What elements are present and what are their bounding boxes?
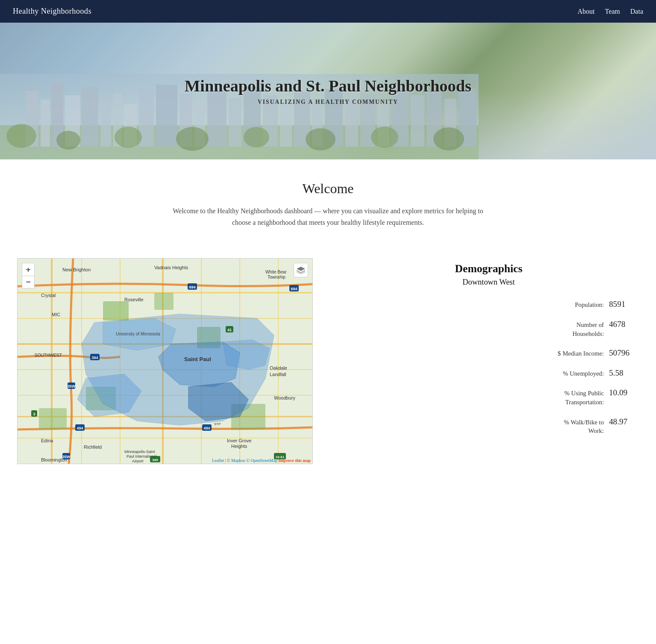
svg-text:35W: 35W [62, 455, 71, 459]
nav-links: About Team Data [577, 8, 643, 15]
svg-rect-3 [41, 100, 50, 147]
svg-text:Edina: Edina [41, 438, 53, 443]
svg-marker-109 [297, 267, 305, 271]
demographics-title: Demographics [338, 262, 639, 275]
stat-row-transit: % Using PublicTransportation: 10.09 [338, 388, 639, 406]
svg-text:STP: STP [214, 422, 221, 426]
stat-value-income: 50796 [609, 348, 639, 358]
svg-point-36 [371, 126, 398, 148]
svg-rect-18 [280, 102, 292, 147]
hero-title: Minneapolis and St. Paul Neighborhoods [185, 76, 471, 95]
svg-text:University of Minnesota: University of Minnesota [116, 332, 160, 336]
svg-text:Richfield: Richfield [84, 444, 102, 450]
svg-text:Township: Township [268, 275, 285, 279]
stat-value-walkbike: 48.97 [609, 417, 639, 426]
svg-text:Vadnais Heights: Vadnais Heights [154, 265, 188, 270]
svg-text:35W: 35W [68, 384, 76, 388]
hero-section: Minneapolis and St. Paul Neighborhoods V… [0, 23, 656, 159]
welcome-body: Welcome to the Healthy Neighborhoods das… [166, 205, 491, 228]
svg-rect-53 [103, 301, 129, 321]
stat-value-households: 4678 [609, 320, 639, 329]
welcome-section: Welcome Welcome to the Healthy Neighborh… [0, 159, 656, 245]
demographics-neighborhood: Downtown West [338, 278, 639, 287]
svg-text:3: 3 [33, 412, 35, 416]
svg-text:New Brighton: New Brighton [62, 267, 91, 272]
layers-icon [297, 266, 305, 274]
svg-text:Woodbury: Woodbury [274, 395, 295, 400]
svg-rect-58 [39, 408, 67, 429]
svg-text:Heights: Heights [231, 444, 247, 449]
svg-text:Inver Grove: Inver Grove [227, 438, 251, 443]
stat-row-unemployed: % Unemployed: 5.58 [338, 368, 639, 378]
nav-brand: Healthy Neighborhoods [13, 7, 91, 16]
stat-row-population: Population: 8591 [338, 300, 639, 309]
map-inner[interactable]: New Brighton Vadnais Heights White Bear … [18, 259, 312, 464]
svg-point-35 [306, 128, 335, 150]
svg-text:494: 494 [76, 426, 83, 430]
demographics-panel: Demographics Downtown West Population: 8… [338, 258, 639, 445]
stat-label-walkbike: % Walk/Bike toWork: [544, 418, 604, 435]
nav-link-team[interactable]: Team [605, 8, 620, 15]
stat-label-unemployed: % Unemployed: [544, 369, 604, 378]
svg-text:SOUTHWEST: SOUTHWEST [35, 353, 62, 358]
nav-link-about[interactable]: About [577, 8, 594, 15]
svg-text:Minneapolis-Saint: Minneapolis-Saint [124, 450, 155, 454]
zoom-out-button[interactable]: − [22, 276, 35, 288]
svg-text:394: 394 [91, 356, 98, 360]
svg-rect-7 [100, 97, 111, 147]
svg-text:Oakdale: Oakdale [270, 365, 287, 371]
svg-text:694: 694 [189, 285, 195, 289]
map-attribution: Leaflet | © Mapbox © OpenStreetMap Impro… [212, 458, 311, 463]
stat-row-households: Number ofHouseholds: 4678 [338, 320, 639, 338]
svg-point-31 [56, 131, 80, 150]
stat-value-population: 8591 [609, 300, 639, 309]
svg-text:385: 385 [152, 458, 158, 462]
mapbox-link[interactable]: Mapbox [231, 458, 245, 463]
layers-button[interactable] [294, 263, 308, 277]
zoom-in-button[interactable]: + [22, 263, 35, 276]
svg-text:Saint Paul: Saint Paul [184, 356, 211, 362]
hero-content: Minneapolis and St. Paul Neighborhoods V… [185, 76, 471, 106]
svg-rect-54 [154, 293, 174, 310]
svg-point-30 [6, 124, 36, 148]
stat-label-transit: % Using PublicTransportation: [544, 389, 604, 406]
stat-label-households: Number ofHouseholds: [544, 321, 604, 338]
nav-link-data[interactable]: Data [630, 8, 643, 15]
svg-text:41: 41 [227, 328, 232, 332]
stat-row-walkbike: % Walk/Bike toWork: 48.97 [338, 417, 639, 435]
svg-text:MIC: MIC [52, 312, 60, 317]
svg-point-37 [433, 127, 464, 150]
map-demographics-section: New Brighton Vadnais Heights White Bear … [0, 245, 656, 490]
svg-text:Airport: Airport [132, 459, 144, 463]
hero-subtitle: VISUALIZING A HEALTHY COMMUNITY [185, 99, 471, 106]
svg-text:494: 494 [203, 426, 210, 430]
svg-text:Crystal: Crystal [41, 293, 56, 298]
svg-rect-6 [81, 87, 98, 147]
svg-point-33 [176, 127, 209, 151]
stat-value-transit: 10.09 [609, 388, 639, 397]
stat-label-income: $ Median Income: [544, 349, 604, 358]
welcome-title: Welcome [17, 181, 639, 197]
map-controls: + − [22, 263, 35, 288]
stat-value-unemployed: 5.58 [609, 368, 639, 378]
svg-point-34 [244, 127, 269, 147]
stat-label-population: Population: [544, 300, 604, 309]
svg-rect-11 [156, 85, 177, 147]
osm-link[interactable]: OpenStreetMap [251, 458, 278, 463]
map-container: New Brighton Vadnais Heights White Bear … [17, 258, 313, 464]
svg-point-32 [115, 126, 142, 148]
map-svg: New Brighton Vadnais Heights White Bear … [18, 259, 312, 464]
svg-text:White Bear: White Bear [265, 270, 287, 274]
leaflet-link[interactable]: Leaflet [212, 458, 224, 463]
svg-text:694: 694 [291, 287, 297, 291]
stat-row-income: $ Median Income: 50796 [338, 348, 639, 358]
svg-text:Roseville: Roseville [124, 297, 144, 302]
svg-text:Landfall: Landfall [270, 372, 286, 377]
navbar: Healthy Neighborhoods About Team Data [0, 0, 656, 23]
improve-map-link[interactable]: Improve this map [279, 458, 311, 463]
